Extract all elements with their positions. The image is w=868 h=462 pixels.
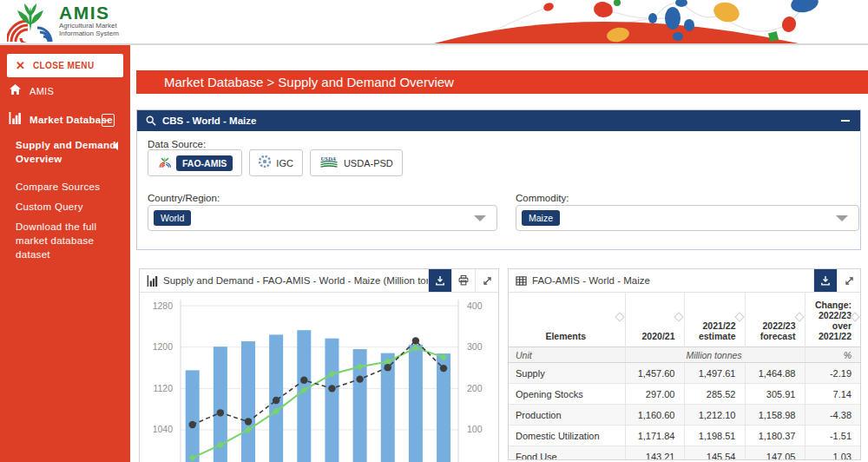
chart-download-button[interactable] bbox=[428, 269, 451, 292]
table-header-row: Elements2020/212021/22estimate2022/23for… bbox=[509, 293, 860, 347]
element-cell: Supply bbox=[509, 363, 625, 384]
sort-icon bbox=[674, 312, 683, 321]
data-source-buttons: FAO-AMISIGCUSDAUSDA-PSD bbox=[148, 149, 403, 176]
close-menu-button[interactable]: ✕ CLOSE MENU bbox=[7, 54, 123, 77]
sidebar-item-custom-query[interactable]: Custom Query bbox=[16, 200, 118, 214]
value-cell: 145.54 bbox=[684, 446, 745, 461]
unit-label: Unit bbox=[509, 347, 625, 363]
element-cell: Opening Stocks bbox=[509, 384, 625, 405]
column-header-202021[interactable]: 2020/21 bbox=[625, 293, 684, 347]
chevron-down-icon bbox=[836, 215, 848, 221]
chart-print-button[interactable] bbox=[451, 269, 475, 292]
sidebar-item-label: Compare Sources bbox=[16, 180, 100, 194]
supply-demand-chart: 1280400120030011202001040100 bbox=[140, 293, 498, 462]
column-header-202223[interactable]: 2022/23forecast bbox=[745, 293, 805, 347]
collapse-section-icon[interactable] bbox=[102, 114, 115, 127]
sidebar-item-supply-and-demand-overview[interactable]: Supply and Demand Overview bbox=[16, 138, 118, 166]
source-button-label: USDA-PSD bbox=[344, 158, 393, 168]
source-button-fao-amis[interactable]: FAO-AMIS bbox=[148, 149, 242, 176]
green-line-series bbox=[193, 348, 444, 459]
sidebar-item-market-database[interactable]: Market Database bbox=[9, 112, 123, 128]
sidebar-item-amis[interactable]: AMIS bbox=[9, 83, 123, 99]
source-button-usda-psd[interactable]: USDAUSDA-PSD bbox=[310, 149, 403, 176]
value-cell: 305.91 bbox=[745, 384, 805, 405]
sidebar-item-label: Download the full market database datase… bbox=[16, 220, 118, 261]
value-cell: -1.51 bbox=[805, 426, 860, 446]
chevron-down-icon bbox=[474, 215, 486, 221]
bar bbox=[186, 370, 200, 462]
right-axis-tick-label: 400 bbox=[467, 300, 483, 311]
table-row-food-use: Food Use143.21145.54147.051.03 bbox=[509, 446, 860, 461]
sidebar-item-download-the-full-market-database-dataset[interactable]: Download the full market database datase… bbox=[16, 220, 118, 261]
supply-demand-table: Elements2020/212021/22estimate2022/23for… bbox=[509, 293, 860, 460]
value-cell: -2.19 bbox=[805, 363, 860, 384]
close-icon: ✕ bbox=[16, 60, 25, 71]
column-header-line: forecast bbox=[753, 331, 796, 341]
filter-panel-title: CBS - World - Maize bbox=[162, 116, 256, 126]
right-axis-tick-label: 300 bbox=[467, 341, 483, 352]
breadcrumb: Market Database > Supply and Demand Over… bbox=[136, 70, 868, 94]
column-header-elements[interactable]: Elements bbox=[509, 293, 625, 347]
country-value-badge: World bbox=[154, 210, 191, 226]
circle-marker bbox=[385, 364, 391, 371]
table-panel-header: FAO-AMIS - World - Maize bbox=[509, 269, 860, 293]
value-cell: 147.05 bbox=[745, 446, 805, 461]
value-cell: 7.14 bbox=[805, 384, 860, 405]
chart-panel: Supply and Demand - FAO-AMIS - World - M… bbox=[139, 268, 499, 462]
source-button-igc[interactable]: IGC bbox=[249, 149, 303, 176]
value-cell: 1,497.61 bbox=[684, 363, 745, 384]
commodity-select[interactable]: Maize bbox=[516, 205, 859, 231]
commodity-value-badge: Maize bbox=[522, 210, 560, 226]
value-cell: 1,457.60 bbox=[625, 363, 684, 384]
header-decoration bbox=[395, 0, 868, 43]
country-label: Country/Region: bbox=[148, 193, 220, 203]
unit-row: UnitMillion tonnes% bbox=[509, 347, 860, 363]
value-cell: 1,464.88 bbox=[745, 363, 805, 384]
bar-chart-icon bbox=[9, 112, 22, 128]
column-header-202122[interactable]: 2021/22estimate bbox=[684, 293, 745, 347]
sidebar-item-label: Custom Query bbox=[16, 200, 83, 214]
sidebar-item-compare-sources[interactable]: Compare Sources bbox=[16, 180, 118, 194]
value-cell: 1,160.60 bbox=[625, 405, 684, 426]
left-axis-tick-label: 1120 bbox=[153, 383, 173, 393]
close-menu-label: CLOSE MENU bbox=[33, 61, 95, 70]
search-icon bbox=[146, 116, 156, 126]
chart-expand-button[interactable] bbox=[475, 269, 498, 292]
table-download-button[interactable] bbox=[813, 269, 837, 292]
right-axis-tick-label: 200 bbox=[467, 383, 483, 393]
home-icon bbox=[9, 83, 22, 99]
column-header-change[interactable]: Change:2022/23over2021/22 bbox=[805, 293, 860, 347]
filter-panel-header: CBS - World - Maize bbox=[137, 110, 860, 131]
collapse-panel-icon[interactable] bbox=[841, 120, 850, 122]
column-header-line: Change: bbox=[812, 300, 852, 310]
logo-title: AMIS bbox=[59, 4, 119, 22]
column-header-line: 2021/22 bbox=[692, 320, 736, 331]
column-header-line: 2022/23 bbox=[812, 310, 852, 320]
left-axis-tick-label: 1040 bbox=[153, 424, 174, 434]
country-select[interactable]: World bbox=[148, 205, 497, 231]
source-button-label: IGC bbox=[276, 158, 293, 168]
bar-chart-icon bbox=[147, 275, 158, 287]
usda-logo-icon: USDA bbox=[319, 155, 339, 171]
svg-text:USDA: USDA bbox=[320, 155, 336, 162]
circle-marker bbox=[412, 337, 419, 344]
column-header-line: 2021/22 bbox=[812, 331, 852, 341]
element-cell: Food Use bbox=[509, 446, 625, 461]
circle-marker bbox=[356, 375, 363, 382]
right-axis-tick-label: 100 bbox=[467, 424, 483, 434]
amis-logo[interactable]: AMIS Agricultural Market Information Sys… bbox=[7, 2, 119, 43]
source-button-label: FAO-AMIS bbox=[176, 155, 233, 171]
table-panel: FAO-AMIS - World - Maize bbox=[508, 268, 861, 460]
bar bbox=[297, 330, 311, 462]
column-header-line: 2022/23 bbox=[753, 320, 796, 331]
bar bbox=[409, 345, 423, 462]
expand-icon bbox=[482, 275, 493, 287]
chart-panel-header: Supply and Demand - FAO-AMIS - World - M… bbox=[140, 269, 498, 293]
value-cell: -4.38 bbox=[805, 405, 860, 426]
app-header: AMIS Agricultural Market Information Sys… bbox=[0, 0, 868, 45]
circle-marker bbox=[328, 385, 335, 392]
value-cell: 1.03 bbox=[805, 446, 860, 461]
circle-marker bbox=[245, 418, 252, 425]
table-expand-button[interactable] bbox=[837, 269, 860, 292]
circle-marker bbox=[300, 377, 307, 384]
